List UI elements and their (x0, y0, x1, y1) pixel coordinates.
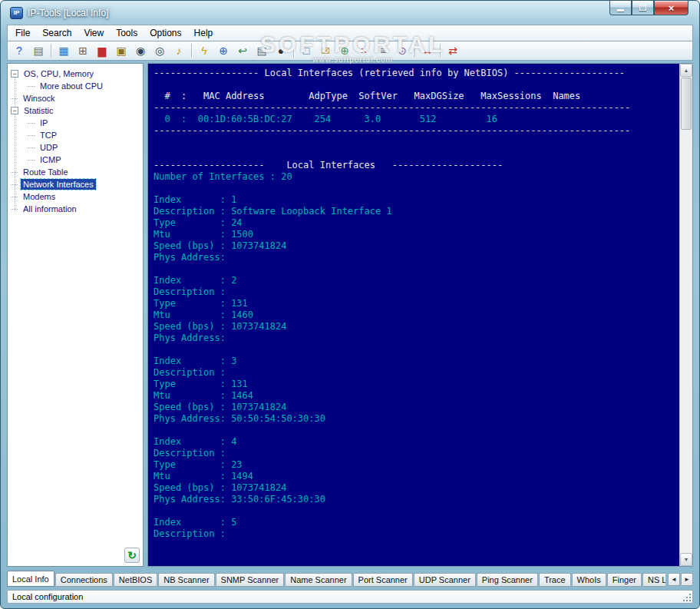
tab-name-scanner[interactable]: Name Scanner (285, 573, 352, 587)
exchange-icon-button[interactable]: ⇄ (444, 42, 462, 59)
app-icon: IP (10, 7, 23, 19)
tab-ping-scanner[interactable]: Ping Scanner (477, 573, 538, 587)
about-icon: ? (16, 45, 22, 56)
find-icon-button[interactable]: ◉ (131, 42, 150, 59)
close-button[interactable]: × (654, 1, 688, 15)
resize-grip[interactable] (682, 592, 692, 602)
maximize-button[interactable] (632, 1, 654, 15)
console-line: Mtu : 1494 (154, 471, 679, 482)
tree-item-ip[interactable]: IP (8, 117, 143, 129)
connections-icon-button[interactable]: ⊞ (74, 42, 92, 59)
tree-item-modems[interactable]: Modems (8, 190, 143, 203)
tree-item-label: Modems (21, 191, 58, 202)
whois-icon-button[interactable]: ⊕ (335, 42, 354, 59)
console-line: Description : (154, 367, 679, 379)
tab-netbios[interactable]: NetBIOS (114, 573, 157, 587)
print-icon-button[interactable]: ▤ (29, 42, 48, 59)
tree-item-udp[interactable]: UDP (8, 141, 143, 154)
menu-item-help[interactable]: Help (188, 26, 220, 40)
menu-bar: FileSearchViewToolsOptionsHelp (7, 25, 693, 41)
tree-item-more-about-cpu[interactable]: More about CPU (8, 80, 143, 92)
console-output[interactable]: ------------------- Local Interfaces (re… (148, 64, 679, 566)
web-browser-icon: ⊕ (219, 45, 228, 56)
minimize-button[interactable] (609, 1, 632, 15)
netbios-icon-button[interactable]: □ (297, 42, 315, 59)
tab-scroll-right-button[interactable]: ► (681, 573, 693, 586)
tab-nb-scanner[interactable]: NB Scanner (158, 573, 214, 587)
trace-icon: ϟ (201, 45, 206, 56)
tree-item-statistic[interactable]: −Statistic (8, 104, 143, 117)
notes-icon-button[interactable]: ≡ (374, 42, 392, 59)
tab-connections[interactable]: Connections (55, 573, 113, 587)
console-line: -------------------- Local Interfaces --… (154, 160, 679, 171)
refresh-button[interactable]: ↻ (124, 548, 140, 563)
local-info-icon-button[interactable]: ▦ (54, 42, 73, 59)
tree-connector (28, 123, 35, 124)
local-info-icon: ▦ (58, 45, 68, 56)
console-line: ------------------- Local Interfaces (re… (154, 68, 679, 79)
web-browser-icon-button[interactable]: ⊕ (214, 42, 233, 59)
sound-icon-button[interactable]: ♪ (170, 42, 188, 59)
tree-connector (28, 147, 35, 148)
menu-item-file[interactable]: File (9, 26, 36, 40)
tree-item-label: Statistic (21, 105, 56, 116)
tab-whois[interactable]: WhoIs (572, 573, 606, 587)
library-icon-button[interactable]: ▣ (112, 42, 130, 59)
collapse-toggle-icon[interactable]: − (11, 107, 18, 114)
collapse-toggle-icon[interactable]: − (11, 70, 18, 78)
tab-udp-scanner[interactable]: UDP Scanner (414, 573, 476, 587)
time-icon-button[interactable]: ⊙ (393, 42, 411, 59)
print-icon: ▤ (33, 45, 43, 56)
toolbar-separator (293, 44, 294, 58)
trace-icon-button[interactable]: ϟ (195, 42, 213, 59)
tree-item-all-information[interactable]: All information (8, 203, 143, 215)
console-line: Description : (154, 286, 679, 298)
toolbar-separator (51, 44, 51, 58)
console-line (154, 137, 679, 148)
tab-local-info[interactable]: Local Info (7, 571, 54, 587)
tree-item-network-interfaces[interactable]: Network Interfaces (8, 178, 143, 190)
exchange-icon: ⇄ (448, 45, 457, 56)
close-icon: × (669, 3, 675, 13)
tree-item-icmp[interactable]: ICMP (8, 154, 143, 166)
menu-item-options[interactable]: Options (144, 26, 187, 40)
client-area: −OS, CPU, MemoryMore about CPUWinsock−St… (7, 61, 693, 569)
scroll-down-button[interactable]: ▼ (680, 553, 692, 566)
scroll-up-button[interactable]: ▲ (680, 64, 692, 77)
tab-ns-lookup[interactable]: NS Lookup (642, 573, 665, 587)
tree-item-os-cpu-memory[interactable]: −OS, CPU, Memory (8, 68, 143, 80)
tree-item-tcp[interactable]: TCP (8, 129, 143, 141)
tree-item-label: UDP (38, 142, 60, 153)
console-line: 0 : 00:1D:60:5B:DC:27 254 3.0 512 16 (154, 114, 679, 125)
tree-item-label: Network Interfaces (21, 179, 96, 190)
tree-item-label: Route Table (21, 167, 71, 177)
tab-trace[interactable]: Trace (539, 573, 571, 587)
print-report-icon-button[interactable]: ▤ (253, 42, 271, 59)
tree-item-route-table[interactable]: Route Table (8, 166, 143, 178)
port-scanner-icon-button[interactable]: ● (272, 42, 290, 59)
find-next-icon-button[interactable]: ◎ (150, 42, 169, 59)
menu-item-tools[interactable]: Tools (110, 26, 144, 40)
close-session-icon-button[interactable]: × (355, 42, 373, 59)
console-line: Phys Address: (154, 333, 679, 344)
scrollbar-thumb[interactable] (681, 78, 692, 130)
ping-scanner-icon-button[interactable]: ↔ (418, 42, 437, 59)
console-line: Phys Address: (154, 252, 679, 263)
about-icon-button[interactable]: ? (10, 42, 28, 59)
statistics-icon-button[interactable]: ▆ (93, 42, 111, 59)
title-bar[interactable]: IP IP-Tools [Local Info] (7, 1, 693, 25)
menu-item-search[interactable]: Search (36, 26, 78, 40)
console-line: Mtu : 1460 (154, 309, 679, 321)
tab-port-scanner[interactable]: Port Scanner (353, 573, 413, 587)
tab-finger[interactable]: Finger (607, 573, 642, 587)
tree-item-winsock[interactable]: Winsock (8, 92, 143, 104)
tab-scroll-left-button[interactable]: ◄ (668, 573, 680, 586)
tab-snmp-scanner[interactable]: SNMP Scanner (216, 573, 285, 587)
menu-item-view[interactable]: View (78, 26, 110, 40)
finger-icon-button[interactable]: ✉ (316, 42, 335, 59)
console-line: Phys Address: 33:50:6F:45:30:30 (154, 494, 679, 505)
vertical-scrollbar[interactable]: ▲ ▼ (679, 64, 692, 566)
tree-item-label: All information (21, 204, 79, 214)
back-icon: ↩ (238, 45, 247, 56)
back-icon-button[interactable]: ↩ (233, 42, 252, 59)
